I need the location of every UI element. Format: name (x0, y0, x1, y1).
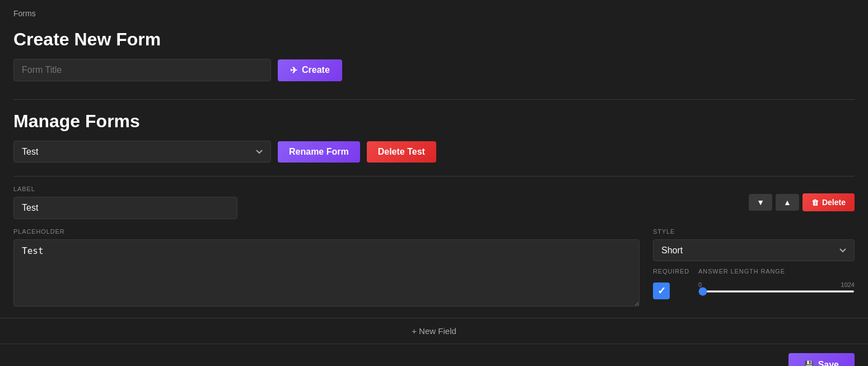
breadcrumb: Forms (13, 9, 855, 18)
save-button-label: Save (818, 360, 839, 366)
chevron-up-icon: ▲ (783, 198, 791, 207)
answer-length-header: ANSWER LENGTH RANGE (698, 268, 855, 275)
rename-form-button[interactable]: Rename Form (278, 141, 360, 163)
move-up-button[interactable]: ▲ (776, 194, 799, 211)
style-header: STYLE (653, 228, 855, 235)
delete-field-label: Delete (822, 198, 846, 207)
create-button[interactable]: Create (278, 59, 342, 81)
required-checkbox[interactable] (653, 282, 670, 299)
form-title-input[interactable] (13, 59, 271, 81)
form-select[interactable]: Test (13, 141, 271, 163)
floppy-icon (804, 360, 814, 366)
save-button[interactable]: Save (788, 353, 855, 366)
placeholder-textarea[interactable]: Test (13, 239, 640, 307)
create-section-title: Create New Form (13, 29, 855, 50)
label-header: LABEL (13, 186, 237, 192)
field-label-input[interactable] (13, 197, 237, 219)
create-button-label: Create (302, 65, 330, 75)
required-header: REQUIRED (653, 268, 689, 275)
new-field-row[interactable]: + New Field (0, 318, 868, 344)
placeholder-header: PLACEHOLDER (13, 228, 640, 235)
answer-length-slider[interactable] (698, 290, 855, 293)
style-select[interactable]: Short Long Email Number (653, 239, 855, 261)
move-down-button[interactable]: ▼ (749, 194, 772, 211)
delete-field-button[interactable]: Delete (802, 193, 855, 211)
new-field-button[interactable]: + New Field (412, 326, 456, 336)
manage-section-title: Manage Forms (13, 111, 855, 132)
chevron-down-icon: ▼ (757, 198, 764, 207)
send-icon (290, 65, 297, 76)
delete-form-button[interactable]: Delete Test (367, 141, 436, 163)
trash-icon (811, 198, 819, 207)
